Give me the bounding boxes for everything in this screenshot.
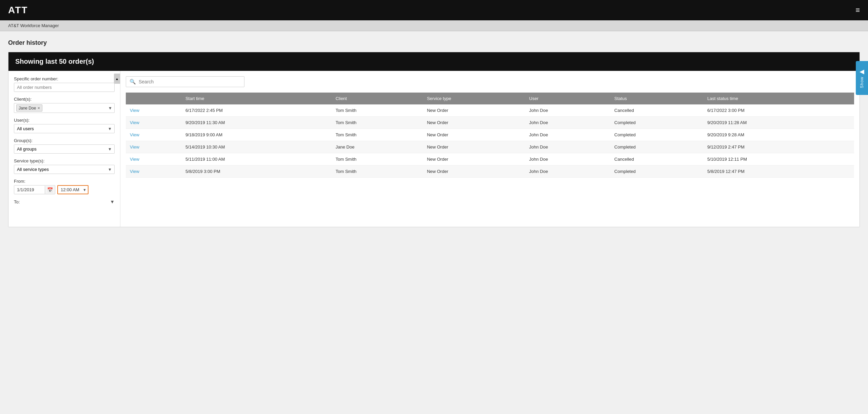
row-action[interactable]: View xyxy=(126,117,181,129)
scroll-up-indicator[interactable]: ▲ xyxy=(114,74,120,84)
orders-table: Start time Client Service type User Stat… xyxy=(126,93,854,178)
page-title: Order history xyxy=(8,39,860,46)
breadcrumb: AT&T Workforce Manager xyxy=(8,23,59,28)
from-time-wrapper: 12:00 AM ▼ xyxy=(57,185,88,194)
row-action[interactable]: View xyxy=(126,165,181,178)
table-row: View 5/11/2019 11:00 AM Tom Smith New Or… xyxy=(126,153,854,165)
view-link[interactable]: View xyxy=(130,169,139,174)
groups-select[interactable]: All groups xyxy=(14,144,115,154)
search-input[interactable] xyxy=(139,79,241,84)
row-action[interactable]: View xyxy=(126,104,181,117)
service-type-label: Service type(s): xyxy=(14,158,115,163)
row-status: Completed xyxy=(610,141,703,153)
row-user: John Doe xyxy=(525,165,610,178)
table-row: View 6/17/2022 2:45 PM Tom Smith New Ord… xyxy=(126,104,854,117)
row-action[interactable]: View xyxy=(126,129,181,141)
client-tag-remove[interactable]: × xyxy=(37,105,40,111)
row-client: Tom Smith xyxy=(332,165,423,178)
row-start-time: 9/18/2019 9:00 AM xyxy=(181,129,332,141)
order-number-filter: Specific order number: xyxy=(14,76,115,92)
calendar-icon[interactable]: 📅 xyxy=(45,186,55,194)
row-service-type: New Order xyxy=(423,165,525,178)
row-start-time: 5/8/2019 3:00 PM xyxy=(181,165,332,178)
top-bar: ATT ≡ xyxy=(0,0,868,20)
row-client: Tom Smith xyxy=(332,104,423,117)
row-status: Cancelled xyxy=(610,104,703,117)
groups-filter: Group(s): All groups ▼ xyxy=(14,138,115,154)
show-panel-label: Show xyxy=(860,77,864,88)
row-last-status: 9/20/2019 9:28 AM xyxy=(703,129,854,141)
order-number-input[interactable] xyxy=(14,83,115,92)
row-start-time: 5/14/2019 10:30 AM xyxy=(181,141,332,153)
left-panel: ▲ Specific order number: Client(s): Jane… xyxy=(8,71,120,227)
view-link[interactable]: View xyxy=(130,157,139,162)
view-link[interactable]: View xyxy=(130,120,139,125)
show-panel-arrow-icon: ◀ xyxy=(860,68,864,75)
row-status: Completed xyxy=(610,129,703,141)
row-client: Tom Smith xyxy=(332,153,423,165)
row-service-type: New Order xyxy=(423,153,525,165)
service-type-select-wrapper: All service types ▼ xyxy=(14,165,115,174)
row-action[interactable]: View xyxy=(126,141,181,153)
users-label: User(s): xyxy=(14,118,115,123)
to-expand-arrow[interactable]: ▼ xyxy=(110,199,115,204)
row-client: Jane Doe xyxy=(332,141,423,153)
row-user: John Doe xyxy=(525,129,610,141)
menu-icon[interactable]: ≡ xyxy=(855,6,860,15)
service-type-select[interactable]: All service types xyxy=(14,165,115,174)
row-last-status: 6/17/2022 3:00 PM xyxy=(703,104,854,117)
client-tag-text: Jane Doe xyxy=(19,106,36,111)
from-time-select[interactable]: 12:00 AM xyxy=(57,185,88,194)
show-panel[interactable]: ◀ Show xyxy=(856,61,868,95)
col-action xyxy=(126,93,181,104)
content-area: ▲ Specific order number: Client(s): Jane… xyxy=(8,71,860,227)
row-status: Completed xyxy=(610,117,703,129)
view-link[interactable]: View xyxy=(130,144,139,150)
client-tag: Jane Doe × xyxy=(16,104,42,112)
col-user: User xyxy=(525,93,610,104)
table-row: View 9/18/2019 9:00 AM Tom Smith New Ord… xyxy=(126,129,854,141)
row-service-type: New Order xyxy=(423,141,525,153)
from-date-row: 📅 12:00 AM ▼ xyxy=(14,185,115,194)
clients-label: Client(s): xyxy=(14,97,115,102)
users-select[interactable]: All users xyxy=(14,124,115,133)
row-last-status: 9/20/2019 11:28 AM xyxy=(703,117,854,129)
groups-label: Group(s): xyxy=(14,138,115,143)
clients-filter: Client(s): Jane Doe × ▼ xyxy=(14,97,115,113)
order-number-label: Specific order number: xyxy=(14,76,115,81)
clients-dropdown-arrow[interactable]: ▼ xyxy=(108,106,112,111)
view-link[interactable]: View xyxy=(130,132,139,137)
clients-input-wrapper[interactable]: Jane Doe × ▼ xyxy=(14,103,115,113)
row-start-time: 5/11/2019 11:00 AM xyxy=(181,153,332,165)
users-filter: User(s): All users ▼ xyxy=(14,118,115,133)
row-action[interactable]: View xyxy=(126,153,181,165)
from-label: From: xyxy=(14,179,115,184)
row-last-status: 5/8/2019 12:47 PM xyxy=(703,165,854,178)
page-content: Order history Showing last 50 order(s) ▲… xyxy=(0,31,868,235)
col-client: Client xyxy=(332,93,423,104)
col-start-time: Start time xyxy=(181,93,332,104)
to-filter: To: ▼ xyxy=(14,199,115,204)
to-label: To: xyxy=(14,199,20,204)
groups-select-wrapper: All groups ▼ xyxy=(14,144,115,154)
table-row: View 5/14/2019 10:30 AM Jane Doe New Ord… xyxy=(126,141,854,153)
row-start-time: 6/17/2022 2:45 PM xyxy=(181,104,332,117)
row-client: Tom Smith xyxy=(332,129,423,141)
from-filter: From: 📅 12:00 AM ▼ xyxy=(14,179,115,194)
users-select-wrapper: All users ▼ xyxy=(14,124,115,133)
row-user: John Doe xyxy=(525,153,610,165)
col-service-type: Service type xyxy=(423,93,525,104)
from-date-input-wrapper: 📅 xyxy=(14,185,55,194)
view-link[interactable]: View xyxy=(130,108,139,113)
table-row: View 5/8/2019 3:00 PM Tom Smith New Orde… xyxy=(126,165,854,178)
row-service-type: New Order xyxy=(423,129,525,141)
col-status: Status xyxy=(610,93,703,104)
table-header-row: Start time Client Service type User Stat… xyxy=(126,93,854,104)
table-row: View 9/20/2019 11:30 AM Tom Smith New Or… xyxy=(126,117,854,129)
from-date-input[interactable] xyxy=(14,185,45,194)
row-user: John Doe xyxy=(525,141,610,153)
main-container: Showing last 50 order(s) ▲ Specific orde… xyxy=(8,52,860,227)
row-start-time: 9/20/2019 11:30 AM xyxy=(181,117,332,129)
row-user: John Doe xyxy=(525,104,610,117)
row-service-type: New Order xyxy=(423,117,525,129)
